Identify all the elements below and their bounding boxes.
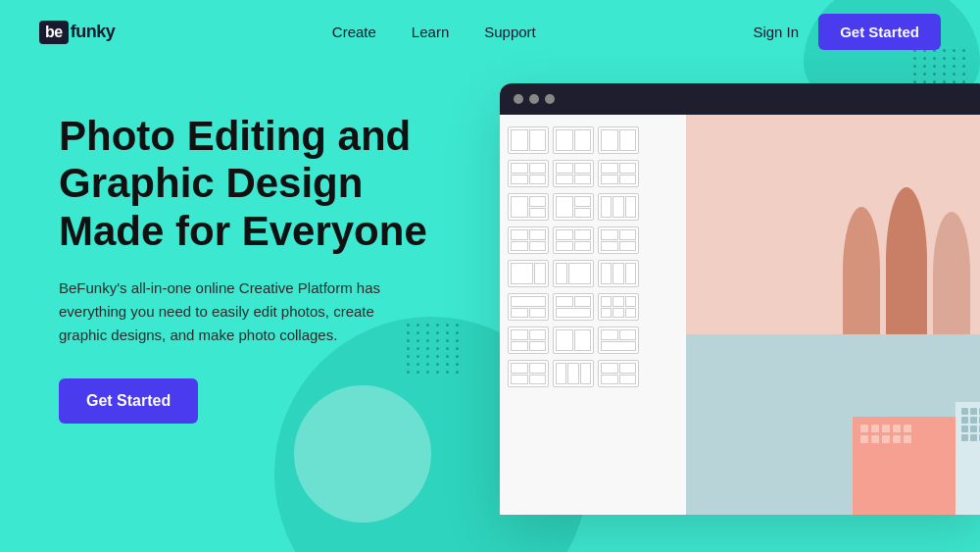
layout-thumb[interactable] xyxy=(508,360,549,387)
window-dot-1 xyxy=(514,94,523,104)
hero-section: Photo Editing andGraphic DesignMade for … xyxy=(0,64,980,552)
get-started-nav-button[interactable]: Get Started xyxy=(818,14,941,50)
get-started-hero-button[interactable]: Get Started xyxy=(59,378,198,424)
preview-panel xyxy=(686,115,980,515)
layout-thumb[interactable] xyxy=(508,226,549,254)
preview-bottom-image xyxy=(686,334,980,515)
layout-thumb[interactable] xyxy=(508,326,549,354)
layout-thumb[interactable] xyxy=(553,226,594,254)
window-body xyxy=(500,115,980,515)
nav-actions: Sign In Get Started xyxy=(753,14,941,50)
layout-thumb[interactable] xyxy=(598,360,639,387)
navbar: be funky Create Learn Support Sign In Ge… xyxy=(0,0,980,64)
nav-create[interactable]: Create xyxy=(332,24,376,40)
layout-thumb[interactable] xyxy=(553,360,594,387)
window-dot-3 xyxy=(545,94,555,104)
layout-row-4 xyxy=(508,226,678,254)
hero-right xyxy=(500,83,980,515)
window-titlebar xyxy=(500,83,980,115)
layout-thumb[interactable] xyxy=(598,260,639,287)
logo[interactable]: be funky xyxy=(39,21,115,44)
layout-row-1 xyxy=(508,126,678,154)
layout-thumb[interactable] xyxy=(553,293,594,321)
hero-left: Photo Editing andGraphic DesignMade for … xyxy=(59,93,470,424)
silo-1 xyxy=(843,207,880,334)
preview-top-image xyxy=(686,115,980,334)
logo-be: be xyxy=(39,21,69,44)
nav-learn[interactable]: Learn xyxy=(412,24,449,40)
layout-row-8 xyxy=(508,360,678,387)
layout-thumb[interactable] xyxy=(508,160,549,187)
layout-thumb[interactable] xyxy=(508,260,549,287)
layout-thumb[interactable] xyxy=(598,326,639,354)
layout-row-6 xyxy=(508,293,678,321)
layout-thumb[interactable] xyxy=(553,326,594,354)
sign-in-button[interactable]: Sign In xyxy=(753,24,799,40)
layout-thumb[interactable] xyxy=(553,193,594,221)
silo-3 xyxy=(933,212,970,334)
layout-thumb[interactable] xyxy=(598,293,639,321)
layout-thumb[interactable] xyxy=(553,126,594,154)
layout-row-5 xyxy=(508,260,678,287)
app-window xyxy=(500,83,980,515)
layout-thumb[interactable] xyxy=(508,126,549,154)
logo-funky: funky xyxy=(71,22,116,42)
layout-thumb[interactable] xyxy=(598,126,639,154)
silo-shapes xyxy=(843,187,970,334)
layout-thumb[interactable] xyxy=(553,160,594,187)
layout-thumb[interactable] xyxy=(598,226,639,254)
layout-row-3 xyxy=(508,193,678,221)
layout-row-2 xyxy=(508,160,678,187)
nav-support[interactable]: Support xyxy=(484,24,536,40)
silo-2 xyxy=(886,187,927,334)
layout-thumb[interactable] xyxy=(508,193,549,221)
layout-row-7 xyxy=(508,326,678,354)
layout-thumb[interactable] xyxy=(553,260,594,287)
collage-panel xyxy=(500,115,686,515)
hero-description: BeFunky's all-in-one online Creative Pla… xyxy=(59,276,392,347)
hero-title: Photo Editing andGraphic DesignMade for … xyxy=(59,113,470,255)
building-shape xyxy=(853,417,980,515)
nav-links: Create Learn Support xyxy=(332,24,536,40)
layout-thumb[interactable] xyxy=(598,193,639,221)
window-dot-2 xyxy=(529,94,539,104)
layout-thumb[interactable] xyxy=(508,293,549,321)
layout-thumb[interactable] xyxy=(598,160,639,187)
